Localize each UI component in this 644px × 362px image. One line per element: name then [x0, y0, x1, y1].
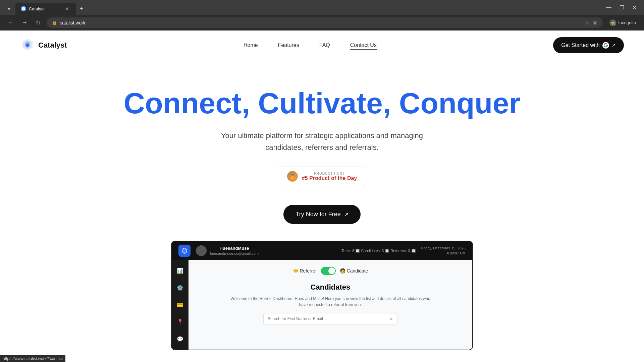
sidebar-chart-icon[interactable]: 📊	[175, 265, 185, 276]
search-bar[interactable]: ✕	[263, 313, 397, 324]
product-hunt-label: PRODUCT HUNT	[302, 172, 357, 175]
hero-subtitle: Your ultimate platform for strategic app…	[205, 130, 439, 153]
new-tab-button[interactable]: +	[77, 4, 86, 14]
product-hunt-info: PRODUCT HUNT #5 Product of the Day	[302, 172, 357, 181]
refresh-button[interactable]: ↻	[34, 18, 43, 28]
external-link-icon: ↗	[612, 43, 616, 48]
app-stats: Tools: 8 🔲 Candidates: 3 🔲 Referrers: 3 …	[341, 249, 416, 253]
app-header: HuesandMuse huesandmuse.co@gmail.com Too…	[172, 241, 472, 260]
candidates-section: Candidates Welcome to the Refree Dashboa…	[199, 283, 462, 324]
window-controls: — ❐ ✕	[603, 3, 640, 15]
nav-contact[interactable]: Contact Us	[350, 41, 377, 50]
get-started-label: Get Started with	[561, 42, 600, 48]
google-icon	[602, 42, 609, 49]
toggle-row: 🤝 Referrer 🧑 Candidate	[199, 267, 462, 275]
active-tab[interactable]: Catalyst ✕	[15, 3, 76, 15]
status-url: https://www.catalist.work/#contact	[3, 356, 63, 361]
page-content: Catalyst Home Features FAQ Contact Us Ge…	[0, 31, 644, 362]
nav-faq[interactable]: FAQ	[319, 41, 330, 50]
back-button[interactable]: ←	[5, 18, 15, 27]
user-avatar	[196, 245, 207, 256]
time-text: 4:09:07 PM	[421, 251, 466, 256]
product-hunt-medal: 🏅	[287, 171, 298, 182]
svg-point-0	[26, 44, 29, 47]
logo-area[interactable]: Catalyst	[20, 38, 67, 53]
sidebar-message-icon[interactable]: 💬	[175, 334, 185, 344]
try-btn-arrow: ↗	[344, 211, 348, 218]
hero-title: Connect, Cultivate, Conquer	[20, 87, 624, 120]
window-minimize-button[interactable]: —	[603, 3, 615, 12]
sidebar-card-icon[interactable]: 💳	[175, 300, 185, 310]
nav-features[interactable]: Features	[278, 41, 299, 50]
forward-button[interactable]: →	[19, 18, 30, 27]
referrer-toggle-label: 🤝 Referrer	[293, 268, 317, 274]
candidates-title: Candidates	[199, 283, 462, 292]
sidebar-location-icon[interactable]: 📍	[175, 317, 185, 327]
app-date: Friday, December 15, 2023 4:09:07 PM	[421, 246, 466, 256]
app-main: 🤝 Referrer 🧑 Candidate Candidates Welcom…	[189, 260, 472, 350]
nav-home[interactable]: Home	[244, 41, 258, 50]
view-toggle[interactable]	[321, 267, 336, 275]
user-name: HuesandMuse	[210, 246, 259, 251]
tab-group-button[interactable]: ▼	[4, 5, 14, 13]
user-email: huesandmuse.co@gmail.com	[210, 251, 259, 256]
navbar: Catalyst Home Features FAQ Contact Us Ge…	[0, 31, 644, 60]
lock-icon: 🔒	[52, 20, 57, 25]
status-bar: https://www.catalist.work/#contact	[0, 355, 65, 362]
window-close-button[interactable]: ✕	[629, 3, 640, 12]
get-started-button[interactable]: Get Started with ↗	[553, 37, 624, 53]
tab-bar: ▼ Catalyst ✕ + — ❐ ✕	[0, 0, 644, 15]
tab-close-button[interactable]: ✕	[64, 5, 70, 12]
logo-icon	[20, 38, 35, 53]
app-preview: HuesandMuse huesandmuse.co@gmail.com Too…	[171, 241, 473, 350]
logo-text: Catalyst	[38, 41, 67, 50]
nav-links: Home Features FAQ Contact Us	[244, 41, 377, 50]
candidates-desc: Welcome to the Refree Dashboard, Hues an…	[230, 296, 431, 308]
tab-label: Catalyst	[29, 6, 45, 11]
hero-section: Connect, Cultivate, Conquer Your ultimat…	[0, 60, 644, 362]
product-hunt-rank: #5 Product of the Day	[302, 175, 357, 181]
url-text: catalist.work	[60, 20, 582, 25]
sidebar-settings-icon[interactable]: ⚙️	[175, 283, 185, 293]
window-restore-button[interactable]: ❐	[616, 3, 628, 12]
close-icon[interactable]: ✕	[389, 316, 393, 321]
address-bar: ← → ↻ 🔒 catalist.work ☆ ▣ 🕵 Incognito	[0, 15, 644, 31]
incognito-button[interactable]: 🕵 Incognito	[607, 18, 639, 27]
tab-favicon	[21, 6, 26, 11]
app-logo-icon	[178, 245, 191, 257]
sidebar-toggle-button[interactable]: ▣	[592, 19, 597, 26]
product-hunt-badge[interactable]: 🏅 PRODUCT HUNT #5 Product of the Day	[279, 167, 365, 186]
try-btn-label: Try Now for Free	[296, 211, 340, 218]
app-user-info: HuesandMuse huesandmuse.co@gmail.com	[196, 245, 259, 256]
url-bar[interactable]: 🔒 catalist.work ☆ ▣	[47, 17, 603, 28]
date-text: Friday, December 15, 2023	[421, 246, 466, 251]
try-now-button[interactable]: Try Now for Free ↗	[283, 205, 360, 224]
bookmark-icon[interactable]: ☆	[585, 19, 590, 26]
stats-text: Tools: 8 🔲 Candidates: 3 🔲 Referrers: 3 …	[341, 249, 416, 253]
incognito-icon: 🕵	[609, 19, 616, 26]
app-body: 📊 ⚙️ 💳 📍 💬 🤝 Referrer 🧑 Candidate Candid…	[172, 260, 472, 350]
candidate-toggle-label: 🧑 Candidate	[340, 268, 368, 274]
browser-chrome: ▼ Catalyst ✕ + — ❐ ✕ ← → ↻ 🔒 catalist.wo…	[0, 0, 644, 31]
search-input[interactable]	[268, 316, 389, 321]
app-sidebar: 📊 ⚙️ 💳 📍 💬	[172, 260, 189, 350]
incognito-label: Incognito	[618, 20, 636, 25]
user-details: HuesandMuse huesandmuse.co@gmail.com	[210, 246, 259, 256]
